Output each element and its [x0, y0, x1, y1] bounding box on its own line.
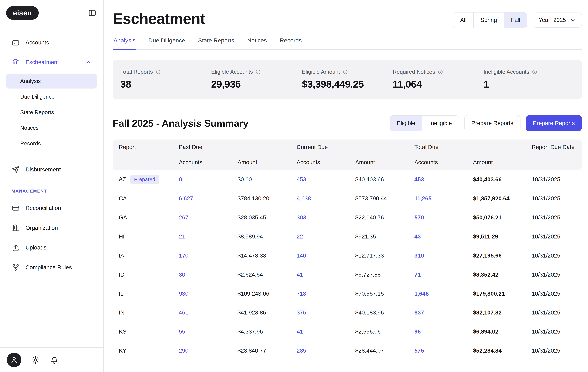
total-due-accounts-link[interactable]: 837 — [414, 309, 424, 316]
past-due-accounts-link[interactable]: 21 — [179, 233, 185, 240]
info-icon[interactable] — [255, 69, 261, 74]
eligibility-segment-button[interactable]: Ineligible — [422, 116, 459, 131]
stat-value: 1 — [483, 79, 574, 90]
sidebar-item-escheatment[interactable]: Escheatment — [6, 54, 97, 71]
current-due-accounts-link[interactable]: 453 — [297, 176, 306, 183]
past-due-accounts-link[interactable]: 461 — [179, 309, 188, 316]
escheatment-submenu: Analysis Due Diligence State Reports Not… — [6, 74, 97, 151]
current-due-accounts-link[interactable]: 376 — [297, 309, 306, 316]
season-segment-button[interactable]: Fall — [504, 12, 527, 28]
eisen-logo: eisen — [6, 6, 39, 20]
column-header-report: Report — [113, 140, 173, 155]
table-row: IN 461 $41,923.86 376 $40,183.96 837 $82… — [113, 303, 582, 322]
season-segment-button[interactable]: Spring — [473, 12, 504, 28]
state-label: HI — [119, 233, 125, 240]
subheader-current-accounts: Accounts — [291, 155, 349, 170]
past-due-accounts-link[interactable]: 267 — [179, 214, 188, 221]
settings-button[interactable] — [31, 356, 40, 364]
season-segment-button[interactable]: All — [453, 12, 473, 28]
stat-label: Required Notices — [393, 69, 435, 75]
sidebar-item-compliance-rules[interactable]: Compliance Rules — [6, 259, 97, 276]
tab[interactable]: Due Diligence — [148, 37, 186, 50]
table-row: KY 290 $23,840.77 285 $28,444.07 575 $52… — [113, 341, 582, 360]
total-due-accounts-link[interactable]: 71 — [414, 271, 421, 278]
sidebar-divider — [6, 155, 97, 155]
past-due-accounts-link[interactable]: 930 — [179, 291, 188, 297]
notifications-button[interactable] — [50, 356, 59, 364]
sidebar-nav: Accounts Escheatment Analysis — [0, 20, 103, 347]
sidebar-item-uploads[interactable]: Uploads — [6, 239, 97, 256]
sidebar-item-reconciliation[interactable]: Reconciliation — [6, 200, 97, 216]
past-due-accounts-link[interactable]: 30 — [179, 271, 185, 278]
stat-card: Eligible Amount $3,398,449.25 — [302, 69, 393, 90]
total-due-accounts-link[interactable]: 11,265 — [414, 195, 432, 202]
banknote-icon — [11, 204, 20, 212]
sidebar-subitem[interactable]: Records — [6, 136, 97, 151]
info-icon[interactable] — [438, 69, 443, 74]
current-due-accounts-link[interactable]: 140 — [297, 252, 306, 259]
current-due-accounts-link[interactable]: 41 — [297, 271, 303, 278]
eligibility-segment-button[interactable]: Eligible — [390, 116, 422, 131]
info-icon[interactable] — [156, 69, 161, 74]
stat-value: 38 — [120, 79, 211, 90]
sidebar-subitem[interactable]: Due Diligence — [6, 89, 97, 104]
total-due-accounts-link[interactable]: 43 — [414, 233, 421, 240]
stat-card: Ineligible Accounts 1 — [483, 69, 574, 90]
state-label: KS — [119, 328, 126, 335]
logo-text: eisen — [13, 9, 32, 17]
tab-bar: Analysis Due Diligence State Reports Not… — [113, 37, 582, 50]
current-due-accounts-link[interactable]: 41 — [297, 328, 303, 335]
total-due-amount: $9,511.29 — [467, 227, 526, 246]
sidebar-subitem[interactable]: State Reports — [6, 105, 97, 120]
report-due-date: 10/31/2025 — [526, 246, 582, 265]
tab[interactable]: Analysis — [113, 37, 136, 50]
year-dropdown-label: Year: 2025 — [539, 17, 566, 23]
sidebar-subitem[interactable]: Analysis — [6, 74, 97, 89]
page-title: Escheatment — [113, 10, 205, 28]
avatar[interactable] — [7, 353, 21, 367]
current-due-accounts-link[interactable]: 4,638 — [297, 195, 311, 202]
gear-icon — [31, 356, 40, 364]
current-due-amount: $921.35 — [349, 227, 408, 246]
past-due-accounts-link[interactable]: 170 — [179, 252, 188, 259]
total-due-accounts-link[interactable]: 570 — [414, 214, 424, 221]
past-due-accounts-link[interactable]: 290 — [179, 347, 188, 354]
current-due-accounts-link[interactable]: 285 — [297, 347, 306, 354]
past-due-accounts-link[interactable]: 55 — [179, 328, 185, 335]
sidebar-subitem-label: Due Diligence — [20, 93, 54, 100]
tab[interactable]: Records — [279, 37, 303, 50]
stat-label: Total Reports — [120, 69, 153, 75]
sidebar-item-disbursement[interactable]: Disbursement — [6, 161, 97, 178]
sidebar-item-organization[interactable]: Organization — [6, 220, 97, 236]
current-due-accounts-link[interactable]: 718 — [297, 291, 306, 297]
total-due-accounts-link[interactable]: 575 — [414, 347, 424, 354]
prepare-reports-secondary-button[interactable]: Prepare Reports — [464, 115, 521, 131]
prepare-reports-primary-button[interactable]: Prepare Reports — [526, 115, 582, 131]
past-due-accounts-link[interactable]: 0 — [179, 176, 182, 183]
stat-value: $3,398,449.25 — [302, 79, 393, 90]
info-icon[interactable] — [343, 69, 348, 74]
current-due-accounts-link[interactable]: 303 — [297, 214, 306, 221]
chevron-down-icon — [570, 17, 576, 23]
current-due-amount: $12,717.33 — [349, 246, 408, 265]
tab[interactable]: State Reports — [197, 37, 235, 50]
stat-label: Eligible Accounts — [211, 69, 253, 75]
report-due-date: 10/31/2025 — [526, 322, 582, 341]
total-due-accounts-link[interactable]: 310 — [414, 252, 424, 259]
total-due-accounts-link[interactable]: 453 — [414, 176, 424, 183]
sidebar-header: eisen — [0, 0, 103, 20]
current-due-accounts-link[interactable]: 22 — [297, 233, 303, 240]
year-dropdown[interactable]: Year: 2025 — [533, 12, 582, 28]
stat-card: Eligible Accounts 29,936 — [211, 69, 302, 90]
info-icon[interactable] — [532, 69, 537, 74]
table-row: HI 21 $8,589.94 22 $921.35 43 $9,511.29 … — [113, 227, 582, 246]
sidebar-item-accounts[interactable]: Accounts — [6, 34, 97, 51]
past-due-accounts-link[interactable]: 6,627 — [179, 195, 193, 202]
sidebar-item-label: Escheatment — [25, 59, 59, 66]
total-due-accounts-link[interactable]: 1,648 — [414, 291, 429, 297]
report-due-date: 10/31/2025 — [526, 341, 582, 360]
total-due-accounts-link[interactable]: 96 — [414, 328, 421, 335]
tab[interactable]: Notices — [246, 37, 268, 50]
sidebar-subitem[interactable]: Notices — [6, 121, 97, 135]
sidebar-collapse-button[interactable] — [88, 9, 96, 17]
